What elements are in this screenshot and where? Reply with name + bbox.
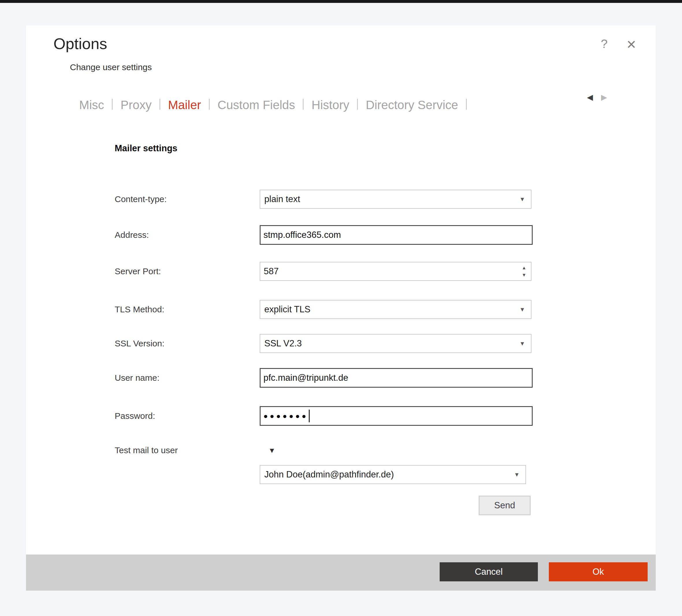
test-mail-recipient-value: John Doe(admin@pathfinder.de) xyxy=(264,469,394,480)
tab-separator xyxy=(112,99,113,110)
window-top-strip xyxy=(0,0,682,3)
send-button[interactable]: Send xyxy=(479,496,531,515)
chevron-down-icon: ▼ xyxy=(519,196,525,203)
user-name-input[interactable] xyxy=(260,368,533,388)
chevron-down-icon: ▼ xyxy=(514,471,520,478)
tab-directory-service[interactable]: Directory Service xyxy=(366,98,458,112)
tls-method-select[interactable]: explicit TLS ▼ xyxy=(260,300,531,319)
chevron-down-icon: ▼ xyxy=(519,306,525,313)
tls-method-label: TLS Method: xyxy=(115,305,260,314)
user-name-row: User name: xyxy=(115,368,533,388)
close-icon[interactable]: ✕ xyxy=(626,38,636,52)
ssl-version-value: SSL V2.3 xyxy=(264,338,302,349)
tab-custom-fields[interactable]: Custom Fields xyxy=(218,98,295,112)
page-title: Options xyxy=(53,34,107,52)
user-name-label: User name: xyxy=(115,373,260,383)
tab-scroll-right-icon[interactable]: ▶ xyxy=(601,94,607,101)
tab-scroll-controls: ◀ ▶ xyxy=(587,94,607,101)
help-icon[interactable]: ? xyxy=(601,37,608,51)
tab-separator xyxy=(303,99,303,110)
tab-scroll-left-icon[interactable]: ◀ xyxy=(587,94,593,101)
ssl-version-row: SSL Version: SSL V2.3 ▼ xyxy=(115,334,531,353)
password-masked-value: ●●●●●●● xyxy=(264,412,308,420)
ssl-version-select[interactable]: SSL V2.3 ▼ xyxy=(260,334,531,353)
spin-up-icon[interactable]: ▲ xyxy=(522,265,526,270)
content-type-select[interactable]: plain text ▼ xyxy=(260,190,531,209)
dialog-subtitle: Change user settings xyxy=(70,62,152,72)
section-title: Mailer settings xyxy=(115,143,177,153)
address-row: Address: xyxy=(115,225,533,245)
tab-bar: Misc Proxy Mailer Custom Fields History … xyxy=(79,98,475,112)
password-row: Password: ●●●●●●● xyxy=(115,406,533,426)
tab-misc[interactable]: Misc xyxy=(79,98,104,112)
spinner-buttons: ▲ ▼ xyxy=(522,265,526,277)
tab-mailer[interactable]: Mailer xyxy=(168,98,201,112)
ssl-version-label: SSL Version: xyxy=(115,339,260,349)
test-mail-label: Test mail to user xyxy=(115,445,260,455)
tab-proxy[interactable]: Proxy xyxy=(120,98,151,112)
ok-button[interactable]: Ok xyxy=(549,562,647,582)
server-port-stepper[interactable]: 587 ▲ ▼ xyxy=(260,262,531,281)
tls-method-value: explicit TLS xyxy=(264,304,311,315)
tls-method-row: TLS Method: explicit TLS ▼ xyxy=(115,300,531,319)
tab-separator xyxy=(209,99,210,110)
content-type-row: Content-type: plain text ▼ xyxy=(115,190,531,209)
test-mail-row: Test mail to user ▼ xyxy=(115,442,276,459)
server-port-row: Server Port: 587 ▲ ▼ xyxy=(115,262,531,281)
content-type-label: Content-type: xyxy=(115,194,260,204)
tab-separator xyxy=(159,99,160,110)
password-label: Password: xyxy=(115,411,260,421)
dialog-footer: Cancel Ok xyxy=(26,554,656,591)
address-label: Address: xyxy=(115,230,260,240)
cancel-button[interactable]: Cancel xyxy=(440,562,538,582)
server-port-label: Server Port: xyxy=(115,266,260,276)
address-input[interactable] xyxy=(260,225,533,245)
tab-separator xyxy=(466,99,467,110)
test-mail-recipient-select[interactable]: John Doe(admin@pathfinder.de) ▼ xyxy=(260,465,526,484)
chevron-down-icon: ▼ xyxy=(519,340,525,347)
test-mail-toggle-icon[interactable]: ▼ xyxy=(268,446,276,455)
content-type-value: plain text xyxy=(264,194,300,204)
spin-down-icon[interactable]: ▼ xyxy=(522,273,526,277)
tab-separator xyxy=(357,99,358,110)
text-caret xyxy=(309,410,310,422)
password-input[interactable]: ●●●●●●● xyxy=(260,406,533,426)
options-dialog: Options Change user settings ? ✕ Misc Pr… xyxy=(26,25,656,591)
tab-history[interactable]: History xyxy=(311,98,349,112)
server-port-value: 587 xyxy=(264,266,279,277)
